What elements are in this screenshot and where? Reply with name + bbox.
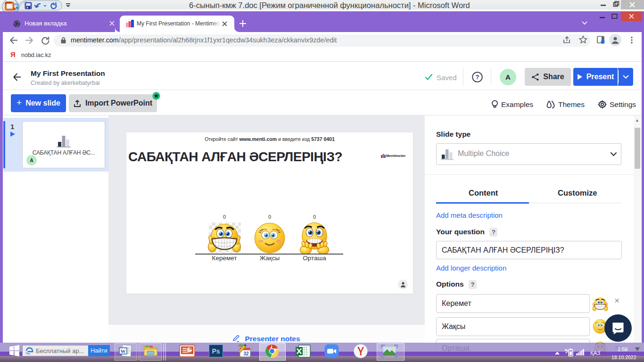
svg-text:32: 32: [243, 351, 249, 356]
svg-text:W: W: [121, 348, 126, 354]
svg-text:?: ?: [476, 74, 479, 81]
